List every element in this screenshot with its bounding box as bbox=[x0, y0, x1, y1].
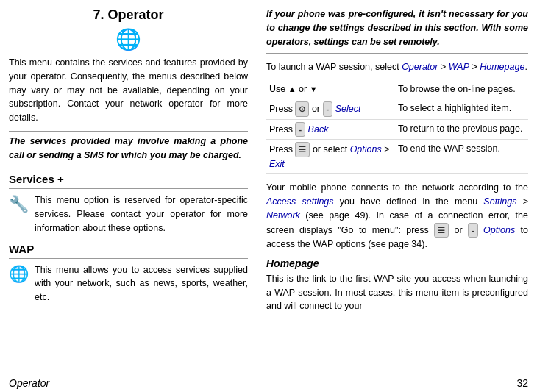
launch-arrow2: > bbox=[469, 62, 480, 72]
network-link[interactable]: Network bbox=[266, 210, 300, 221]
left-column: 7. Operator 🌐 This menu contains the ser… bbox=[0, 0, 257, 374]
access-settings-link[interactable]: Access settings bbox=[266, 196, 334, 207]
content-area: 7. Operator 🌐 This menu contains the ser… bbox=[0, 0, 537, 374]
table-row: Press ⊙ or - Select To select a highligh… bbox=[266, 99, 528, 120]
launch-suffix: . bbox=[524, 62, 527, 72]
homepage-link[interactable]: Homepage bbox=[480, 62, 524, 72]
highlight-box: The services provided may involve making… bbox=[9, 131, 248, 166]
menu-button-icon: ☰ bbox=[295, 142, 310, 157]
right-column: If your phone was pre-configured, it isn… bbox=[257, 0, 537, 374]
wap-globe-icon: 🌐 bbox=[9, 265, 29, 283]
table-row: Press - Back To return to the previous p… bbox=[266, 119, 528, 140]
section-name: Operator bbox=[108, 7, 164, 22]
wap-icon: 🌐 bbox=[9, 265, 29, 284]
launch-text: To launch a WAP session, select Operator… bbox=[266, 60, 528, 74]
desc-cell: To return to the previous page. bbox=[395, 119, 528, 140]
right-body: Your mobile phone connects to the networ… bbox=[266, 181, 528, 252]
ok-button-icon: ⊙ bbox=[295, 101, 309, 117]
wap-divider bbox=[9, 258, 248, 259]
options-link[interactable]: Options bbox=[483, 225, 515, 235]
services-body: This menu option is reserved for operato… bbox=[35, 193, 248, 235]
services-item: 🔧 This menu option is reserved for opera… bbox=[9, 193, 248, 235]
back-button-icon: - bbox=[295, 122, 305, 138]
wap-title: WAP bbox=[9, 243, 248, 255]
settings-link[interactable]: Settings bbox=[483, 196, 516, 207]
homepage-title: Homepage bbox=[266, 257, 528, 269]
table-row: Use ▲ or ▼ To browse the on-line pages. bbox=[266, 80, 528, 99]
action-cell: Press - Back bbox=[266, 119, 395, 140]
globe-icon: 🌐 bbox=[115, 28, 141, 51]
wap-link[interactable]: WAP bbox=[449, 62, 469, 72]
operator-icon: 🌐 bbox=[9, 27, 248, 51]
launch-prefix: To launch a WAP session, select bbox=[266, 62, 402, 72]
section-number: 7. bbox=[93, 7, 104, 22]
select-button-icon: - bbox=[323, 101, 333, 117]
page: 7. Operator 🌐 This menu contains the ser… bbox=[0, 0, 537, 392]
table-row: Press ☰ or select Options >Exit To end t… bbox=[266, 140, 528, 174]
highlight-text: The services provided may involve making… bbox=[9, 135, 248, 163]
wap-table: Use ▲ or ▼ To browse the on-line pages. … bbox=[266, 80, 528, 174]
wrench-icon: 🔧 bbox=[9, 195, 29, 213]
action-cell: Use ▲ or ▼ bbox=[266, 80, 395, 99]
footer: Operator 32 bbox=[0, 374, 537, 392]
services-icon: 🔧 bbox=[9, 195, 29, 214]
operator-link[interactable]: Operator bbox=[402, 62, 438, 72]
wap-body: This menu allows you to access services … bbox=[35, 263, 248, 304]
action-cell: Press ⊙ or - Select bbox=[266, 99, 395, 120]
section-title: 7. Operator bbox=[9, 7, 248, 23]
menu-btn2: ☰ bbox=[434, 223, 449, 238]
right-intro: If your phone was pre-configured, it isn… bbox=[266, 7, 528, 54]
services-title: Services + bbox=[9, 173, 248, 185]
footer-page-number: 32 bbox=[516, 377, 528, 389]
launch-arrow1: > bbox=[438, 62, 448, 72]
wap-item: 🌐 This menu allows you to access service… bbox=[9, 263, 248, 304]
homepage-body: This is the link to the first WAP site y… bbox=[266, 272, 528, 313]
footer-left-label: Operator bbox=[9, 377, 49, 389]
action-cell: Press ☰ or select Options >Exit bbox=[266, 140, 395, 174]
desc-cell: To end the WAP session. bbox=[395, 140, 528, 174]
desc-cell: To select a highlighted item. bbox=[395, 99, 528, 120]
intro-text: This menu contains the services and feat… bbox=[9, 56, 248, 125]
nav-btn: - bbox=[468, 223, 478, 238]
desc-cell: To browse the on-line pages. bbox=[395, 80, 528, 99]
services-divider bbox=[9, 188, 248, 189]
